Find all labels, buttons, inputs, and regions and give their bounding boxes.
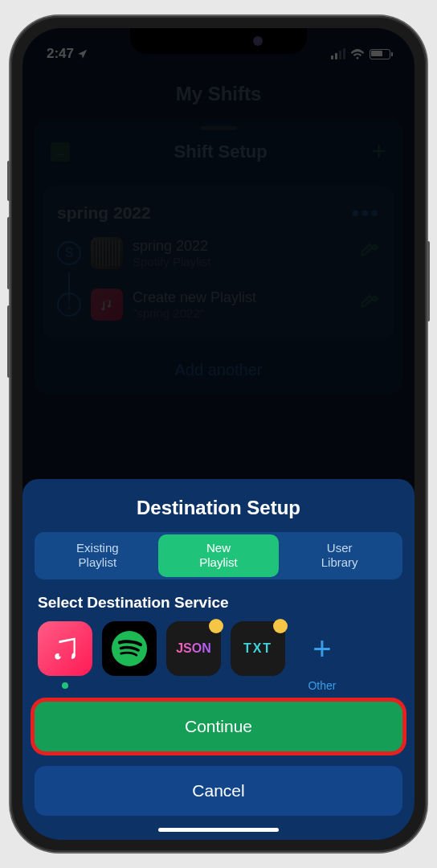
service-row: JSON TXT + Other [35,621,402,692]
destination-setup-sheet: Destination Setup Existing Playlist New … [22,479,415,841]
service-spotify[interactable] [102,621,157,676]
premium-badge-icon [273,619,288,633]
cancel-button[interactable]: Cancel [35,766,402,816]
plus-icon: + [295,621,349,676]
home-indicator[interactable] [158,828,279,832]
json-icon: JSON [166,621,221,676]
phone-frame: 2:47 My Shifts Shift Setup + [10,16,427,852]
playlist-type-segment: Existing Playlist New Playlist User Libr… [35,532,402,580]
service-apple-music[interactable] [38,621,92,689]
sheet-title: Destination Setup [35,497,402,519]
premium-badge-icon [209,619,223,633]
tab-user-library[interactable]: User Library [279,534,400,578]
continue-button[interactable]: Continue [35,702,402,751]
tab-existing-playlist[interactable]: Existing Playlist [37,534,158,578]
spotify-icon [102,621,157,676]
txt-icon: TXT [231,621,285,676]
screen: 2:47 My Shifts Shift Setup + [22,28,415,840]
other-label: Other [308,679,336,692]
selected-indicator [62,682,68,689]
tab-new-playlist[interactable]: New Playlist [158,534,280,578]
notch [130,28,307,54]
select-service-label: Select Destination Service [35,594,402,612]
service-txt[interactable]: TXT [231,621,285,676]
service-json[interactable]: JSON [166,621,221,676]
apple-music-icon [38,621,92,676]
service-other[interactable]: + Other [295,621,349,692]
